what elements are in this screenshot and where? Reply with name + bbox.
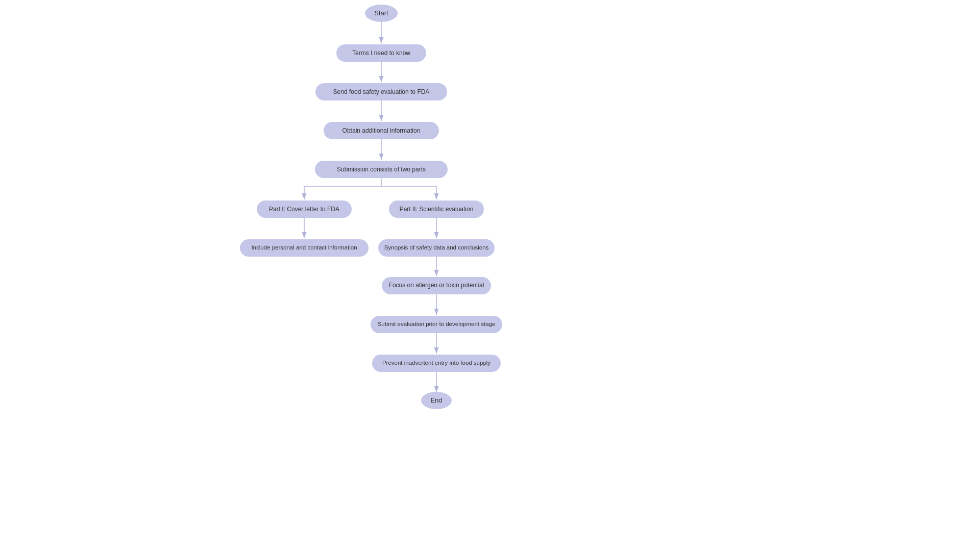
terms-label: Terms I need to know	[352, 49, 410, 57]
personal-label: Include personal and contact information	[251, 244, 357, 251]
allergen-label: Focus on allergen or toxin potential	[389, 282, 484, 289]
prevent-label: Prevent inadvertent entry into food supp…	[382, 360, 491, 366]
start-label: Start	[374, 9, 388, 17]
part1-label: Part I: Cover letter to FDA	[269, 206, 339, 213]
submit-eval-label: Submit evaluation prior to development s…	[378, 321, 496, 327]
submission-label: Submission consists of two parts	[337, 166, 426, 173]
diagram-container: Start Terms I need to know Send food saf…	[0, 0, 980, 551]
end-label: End	[430, 396, 442, 404]
part2-label: Part II: Scientific evaluation	[400, 206, 474, 213]
obtain-label: Obtain additional information	[342, 127, 421, 134]
flowchart-svg: Start Terms I need to know Send food saf…	[0, 0, 980, 551]
synopsis-label: Synopsis of safety data and conclusions	[384, 244, 489, 251]
send-fda-label: Send food safety evaluation to FDA	[333, 88, 430, 95]
